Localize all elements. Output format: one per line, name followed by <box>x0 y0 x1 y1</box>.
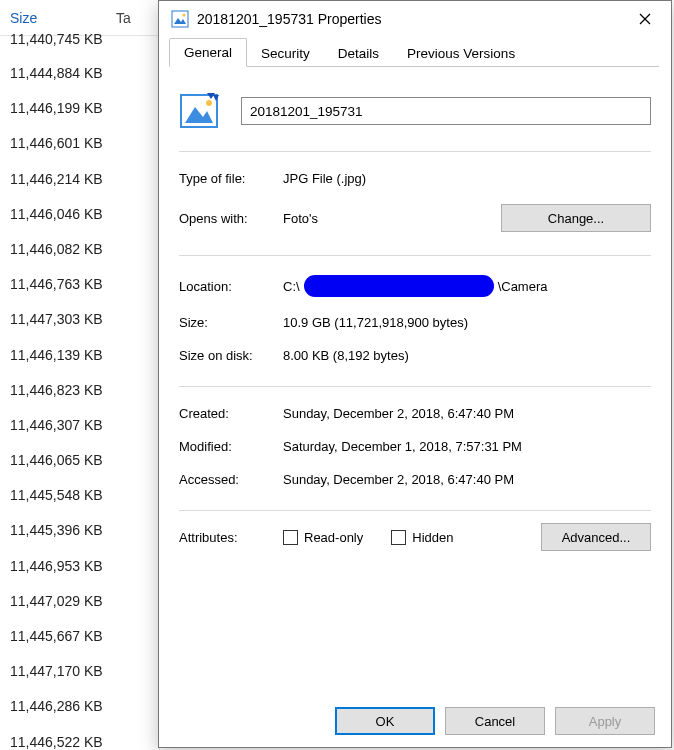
dialog-title: 20181201_195731 Properties <box>197 11 629 27</box>
checkbox-box-icon <box>391 530 406 545</box>
apply-button[interactable]: Apply <box>555 707 655 735</box>
explorer-column: Size Ta 11,440,745 KB 11,444,884 KB 11,4… <box>0 0 160 750</box>
list-item[interactable]: 11,446,286 KB <box>0 689 159 724</box>
value-location: C:\ \Camera <box>283 275 651 297</box>
list-item[interactable]: 11,446,823 KB <box>0 373 159 408</box>
label-type-of-file: Type of file: <box>179 171 283 186</box>
list-item[interactable]: 11,446,046 KB <box>0 197 159 232</box>
value-modified: Saturday, December 1, 2018, 7:57:31 PM <box>283 439 651 454</box>
list-item[interactable]: 11,440,745 KB <box>0 32 159 56</box>
list-item[interactable]: 11,445,396 KB <box>0 513 159 548</box>
ok-button[interactable]: OK <box>335 707 435 735</box>
list-item[interactable]: 11,447,170 KB <box>0 654 159 689</box>
checkbox-box-icon <box>283 530 298 545</box>
filename-section <box>179 85 651 151</box>
label-location: Location: <box>179 279 283 294</box>
label-size: Size: <box>179 315 283 330</box>
filename-input[interactable] <box>241 97 651 125</box>
tab-security[interactable]: Security <box>247 40 324 67</box>
advanced-button[interactable]: Advanced... <box>541 523 651 551</box>
size-section: Location: C:\ \Camera Size: 10.9 GB (11,… <box>179 256 651 386</box>
read-only-checkbox[interactable]: Read-only <box>283 530 363 545</box>
explorer-rows: 11,440,745 KB 11,444,884 KB 11,446,199 K… <box>0 36 159 750</box>
list-item[interactable]: 11,444,884 KB <box>0 56 159 91</box>
tab-content: Type of file: JPG File (.jpg) Opens with… <box>159 67 671 695</box>
list-item[interactable]: 11,446,522 KB <box>0 725 159 750</box>
list-item[interactable]: 11,446,953 KB <box>0 549 159 584</box>
list-item[interactable]: 11,447,029 KB <box>0 584 159 619</box>
titlebar[interactable]: 20181201_195731 Properties <box>159 1 671 37</box>
close-icon <box>639 13 651 25</box>
attributes-section: Attributes: Read-only Hidden Advanced... <box>179 511 651 563</box>
label-opens-with: Opens with: <box>179 211 283 226</box>
tab-details[interactable]: Details <box>324 40 393 67</box>
image-file-icon <box>171 10 189 28</box>
dialog-footer: OK Cancel Apply <box>159 695 671 747</box>
hidden-label: Hidden <box>412 530 453 545</box>
value-type-of-file: JPG File (.jpg) <box>283 171 651 186</box>
list-item[interactable]: 11,446,214 KB <box>0 162 159 197</box>
dates-section: Created: Sunday, December 2, 2018, 6:47:… <box>179 387 651 510</box>
file-type-section: Type of file: JPG File (.jpg) Opens with… <box>179 152 651 255</box>
list-item[interactable]: 11,446,199 KB <box>0 91 159 126</box>
filetype-icon <box>179 91 219 131</box>
list-item[interactable]: 11,446,601 KB <box>0 126 159 161</box>
label-attributes: Attributes: <box>179 530 283 545</box>
column-header-size[interactable]: Size <box>0 2 110 34</box>
list-item[interactable]: 11,445,667 KB <box>0 619 159 654</box>
redacted-path <box>304 275 494 297</box>
list-item[interactable]: 11,446,307 KB <box>0 408 159 443</box>
label-modified: Modified: <box>179 439 283 454</box>
value-size-on-disk: 8.00 KB (8,192 bytes) <box>283 348 651 363</box>
list-item[interactable]: 11,446,082 KB <box>0 232 159 267</box>
location-prefix: C:\ <box>283 279 300 294</box>
svg-point-2 <box>182 13 185 16</box>
change-button[interactable]: Change... <box>501 204 651 232</box>
location-suffix: \Camera <box>498 279 548 294</box>
svg-point-7 <box>206 100 212 106</box>
list-item[interactable]: 11,446,065 KB <box>0 443 159 478</box>
column-header-ta[interactable]: Ta <box>110 2 137 34</box>
explorer-header: Size Ta <box>0 0 159 36</box>
list-item[interactable]: 11,446,763 KB <box>0 267 159 302</box>
close-button[interactable] <box>629 5 661 33</box>
label-created: Created: <box>179 406 283 421</box>
value-created: Sunday, December 2, 2018, 6:47:40 PM <box>283 406 651 421</box>
value-size: 10.9 GB (11,721,918,900 bytes) <box>283 315 651 330</box>
tab-previous-versions[interactable]: Previous Versions <box>393 40 529 67</box>
tab-general[interactable]: General <box>169 38 247 67</box>
value-opens-with: Foto's <box>283 211 501 226</box>
svg-rect-0 <box>172 11 188 27</box>
list-item[interactable]: 11,446,139 KB <box>0 338 159 373</box>
value-accessed: Sunday, December 2, 2018, 6:47:40 PM <box>283 472 651 487</box>
cancel-button[interactable]: Cancel <box>445 707 545 735</box>
hidden-checkbox[interactable]: Hidden <box>391 530 453 545</box>
read-only-label: Read-only <box>304 530 363 545</box>
properties-dialog: 20181201_195731 Properties General Secur… <box>158 0 672 748</box>
label-accessed: Accessed: <box>179 472 283 487</box>
tab-strip: General Security Details Previous Versio… <box>159 37 671 67</box>
list-item[interactable]: 11,447,303 KB <box>0 302 159 337</box>
label-size-on-disk: Size on disk: <box>179 348 283 363</box>
list-item[interactable]: 11,445,548 KB <box>0 478 159 513</box>
